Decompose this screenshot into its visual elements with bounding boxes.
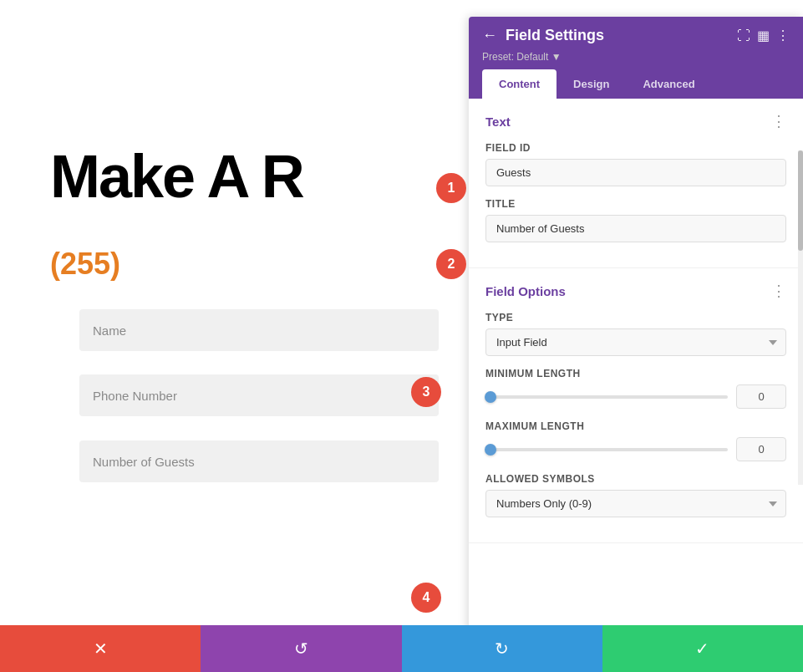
max-length-thumb[interactable] (485, 444, 496, 456)
text-section-title: Text (485, 115, 511, 129)
type-label: Type (485, 312, 786, 323)
text-section: Text ⋮ Field ID Title (469, 99, 803, 268)
form-field-phone[interactable]: Phone Number (79, 374, 439, 416)
step-badge-2: 2 (436, 249, 466, 279)
min-length-label: Minimum Length (485, 368, 786, 379)
cancel-button[interactable]: ✕ (0, 625, 201, 672)
panel-header-icons: ⛶ ▦ ⋮ (737, 28, 790, 43)
panel-title-row: ← Field Settings (482, 27, 604, 44)
form-field-guests[interactable]: Number of Guests (79, 440, 439, 482)
back-arrow-icon[interactable]: ← (482, 27, 497, 44)
field-options-section-header: Field Options ⋮ (485, 282, 786, 300)
field-settings-panel: ← Field Settings ⛶ ▦ ⋮ Preset: Default ▼… (469, 17, 803, 652)
undo-icon: ↺ (294, 639, 308, 659)
preset-selector[interactable]: Preset: Default ▼ (482, 51, 790, 63)
redo-icon: ↻ (495, 639, 509, 659)
scroll-thumb[interactable] (798, 150, 803, 251)
step-badge-1: 1 (436, 173, 466, 203)
max-length-value-input[interactable] (736, 437, 786, 461)
field-options-section: Field Options ⋮ Type Input Field Text Ar… (469, 268, 803, 543)
min-length-group: Minimum Length (485, 368, 786, 409)
panel-body: Text ⋮ Field ID Title Field Options ⋮ Ty… (469, 99, 803, 652)
min-length-thumb[interactable] (485, 391, 496, 403)
panel-header: ← Field Settings ⛶ ▦ ⋮ Preset: Default ▼… (469, 17, 803, 99)
more-options-icon[interactable]: ⋮ (776, 28, 790, 43)
form-field-name-label: Name (93, 323, 126, 338)
scroll-indicator (798, 150, 803, 485)
max-length-label: Maximum Length (485, 420, 786, 432)
panel-tabs: Content Design Advanced (482, 69, 790, 99)
max-length-slider-row (485, 437, 786, 461)
form-field-phone-label: Phone Number (93, 389, 177, 403)
tab-advanced[interactable]: Advanced (626, 69, 711, 99)
cancel-icon: ✕ (94, 639, 108, 659)
title-label: Title (485, 198, 786, 210)
field-id-input[interactable] (485, 159, 786, 186)
form-field-guests-label: Number of Guests (93, 455, 195, 469)
type-select[interactable]: Input Field Text Area Checkbox Dropdown (485, 328, 786, 356)
field-options-section-title: Field Options (485, 284, 566, 298)
tab-content[interactable]: Content (482, 69, 557, 99)
panel-header-top: ← Field Settings ⛶ ▦ ⋮ (482, 27, 790, 44)
bottom-toolbar: ✕ ↺ ↻ ✓ (0, 625, 803, 672)
split-icon[interactable]: ▦ (757, 28, 770, 43)
allowed-symbols-select[interactable]: Numbers Only (0-9) Letters Only Alphanum… (485, 490, 786, 517)
field-id-label: Field ID (485, 142, 786, 154)
min-length-track (485, 395, 728, 399)
phone-display: (255) (50, 247, 120, 282)
allowed-symbols-label: Allowed Symbols (485, 473, 786, 485)
title-input[interactable] (485, 215, 786, 242)
form-field-name[interactable]: Name (79, 309, 439, 351)
step-badge-3: 3 (411, 377, 441, 407)
field-id-group: Field ID (485, 142, 786, 186)
redo-button[interactable]: ↻ (402, 625, 602, 672)
page-title: Make A R (50, 142, 303, 211)
max-length-group: Maximum Length (485, 420, 786, 461)
panel-title: Field Settings (506, 27, 604, 44)
fullscreen-icon[interactable]: ⛶ (737, 28, 750, 43)
save-icon: ✓ (695, 639, 709, 659)
min-length-value-input[interactable] (736, 384, 786, 409)
save-button[interactable]: ✓ (602, 625, 803, 672)
tab-design[interactable]: Design (557, 69, 626, 99)
type-group: Type Input Field Text Area Checkbox Drop… (485, 312, 786, 356)
undo-button[interactable]: ↺ (201, 625, 401, 672)
field-options-menu-icon[interactable]: ⋮ (771, 282, 786, 300)
text-section-header: Text ⋮ (485, 112, 786, 130)
min-length-slider-row (485, 384, 786, 409)
allowed-symbols-group: Allowed Symbols Numbers Only (0-9) Lette… (485, 473, 786, 517)
max-length-track (485, 448, 728, 451)
text-section-menu-icon[interactable]: ⋮ (771, 112, 786, 130)
title-group: Title (485, 198, 786, 242)
step-badge-4: 4 (411, 583, 441, 613)
